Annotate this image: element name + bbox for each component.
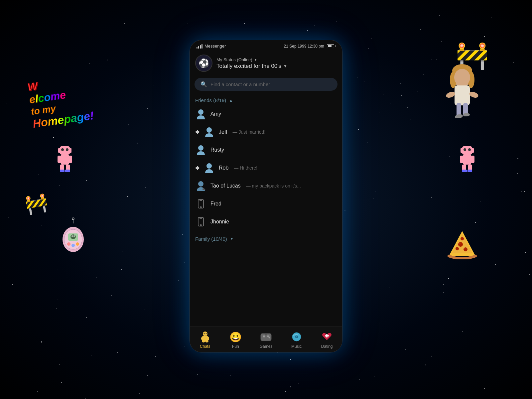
svg-rect-67: [198, 200, 203, 208]
friends-group-header[interactable]: Friends (8/19) ▲: [190, 95, 342, 105]
contact-rob[interactable]: ✱ Rob — Hi there!: [190, 159, 342, 177]
contacts-list: Friends (8/19) ▲ Amy ✱ Jeff —: [190, 95, 342, 327]
search-container: 🔍 Find a contact or a number: [190, 76, 342, 95]
status-line[interactable]: My Status (Online) ▼: [216, 57, 287, 62]
svg-point-69: [200, 206, 201, 208]
svg-rect-81: [263, 335, 264, 338]
status-bar-left: Messenger: [197, 44, 226, 49]
svg-point-78: [205, 340, 208, 342]
svg-point-73: [203, 332, 207, 336]
contact-jeff-status: — Just married!: [233, 129, 266, 135]
contact-fred-name: Fred: [210, 201, 221, 207]
search-bar[interactable]: 🔍 Find a contact or a number: [195, 78, 337, 91]
friends-chevron-icon: ▲: [229, 98, 233, 103]
nav-chats-icon: [199, 331, 212, 343]
nav-dating[interactable]: Dating: [312, 330, 342, 351]
nav-games[interactable]: Games: [251, 330, 281, 351]
contact-jeff-name: Jeff: [219, 129, 227, 135]
carrier-label: Messenger: [204, 44, 226, 49]
contact-rob-avatar: [203, 162, 215, 174]
svg-point-77: [202, 340, 205, 342]
nav-music-icon: [290, 331, 303, 343]
contact-jhonnie[interactable]: Jhonnie: [190, 213, 342, 231]
nav-fun[interactable]: 😀 Fun: [220, 330, 251, 351]
search-icon: 🔍: [200, 81, 207, 87]
svg-point-76: [205, 333, 206, 334]
svg-rect-68: [200, 200, 202, 201]
status-label: My Status (Online): [216, 57, 252, 62]
svg-point-64: [198, 181, 203, 187]
contact-amy-name: Amy: [210, 111, 221, 117]
svg-rect-70: [198, 217, 203, 226]
status-chevron-icon: ▼: [254, 58, 257, 62]
nav-fun-icon: 😀: [229, 331, 242, 343]
status-message[interactable]: Totally excited for the 00's ▼: [216, 63, 287, 69]
contact-rob-name: Rob: [219, 165, 228, 171]
contact-rob-star-icon: ✱: [195, 165, 200, 171]
friends-group-label: Friends (8/19): [195, 97, 226, 103]
nav-fun-label: Fun: [232, 344, 239, 349]
contact-rob-status: — Hi there!: [234, 165, 257, 171]
contact-tao-name: Tao of Lucas: [210, 183, 241, 189]
svg-point-60: [198, 109, 203, 115]
bottom-nav: Chats 😀 Fun Games: [190, 327, 342, 352]
svg-point-82: [267, 335, 269, 337]
svg-point-72: [200, 224, 201, 226]
nav-chats-label: Chats: [200, 344, 210, 349]
svg-point-63: [206, 163, 212, 169]
contact-rusty[interactable]: Rusty: [190, 141, 342, 159]
signal-icon: [197, 44, 202, 49]
svg-point-83: [268, 337, 270, 338]
status-bar: Messenger 21 Sep 1999 12:30 pm: [190, 40, 342, 51]
nav-dating-label: Dating: [321, 344, 333, 349]
contact-jeff-star-icon: ✱: [195, 129, 200, 135]
nav-music-label: Music: [291, 344, 302, 349]
family-chevron-icon: ▲: [230, 237, 234, 241]
svg-rect-84: [265, 334, 267, 335]
svg-point-75: [203, 333, 204, 334]
phone-ui: Messenger 21 Sep 1999 12:30 pm ⚽ My Stat…: [190, 40, 342, 352]
contact-jeff-avatar: [203, 126, 215, 138]
battery-icon: [327, 44, 335, 48]
status-bar-right: 21 Sep 1999 12:30 pm: [284, 44, 335, 49]
svg-rect-89: [325, 335, 329, 336]
datetime-label: 21 Sep 1999 12:30 pm: [284, 44, 324, 49]
svg-rect-71: [200, 218, 202, 219]
nav-dating-icon: [320, 331, 333, 343]
contact-jhonnie-avatar: [195, 216, 206, 227]
nav-games-label: Games: [260, 344, 273, 349]
contact-rusty-name: Rusty: [210, 147, 224, 153]
svg-point-66: [204, 189, 205, 190]
contact-amy[interactable]: Amy: [190, 105, 342, 123]
contact-amy-avatar: [195, 108, 206, 120]
family-group-label: Family (10/40): [195, 236, 227, 242]
svg-point-61: [206, 127, 212, 133]
contact-tao-avatar: [195, 180, 206, 192]
profile-section: ⚽ My Status (Online) ▼ Totally excited f…: [190, 51, 342, 76]
nav-music[interactable]: Music: [281, 330, 312, 351]
profile-info: My Status (Online) ▼ Totally excited for…: [216, 57, 287, 69]
contact-tao[interactable]: Tao of Lucas — my backpack is on it's...: [190, 177, 342, 195]
svg-point-62: [198, 145, 203, 151]
avatar: ⚽: [195, 55, 212, 72]
nav-chats[interactable]: Chats: [190, 330, 220, 351]
search-input[interactable]: Find a contact or a number: [210, 81, 332, 87]
contact-tao-status: — my backpack is on it's...: [246, 183, 301, 189]
svg-point-87: [296, 336, 297, 337]
contact-fred[interactable]: Fred: [190, 195, 342, 213]
contact-jhonnie-name: Jhonnie: [210, 219, 229, 225]
svg-point-65: [202, 188, 204, 190]
status-message-arrow-icon: ▼: [283, 64, 287, 68]
family-group-header[interactable]: Family (10/40) ▲: [190, 233, 342, 244]
contact-fred-avatar: [195, 198, 206, 209]
status-message-text: Totally excited for the 00's: [216, 63, 281, 69]
contact-rusty-avatar: [195, 144, 206, 156]
contact-jeff[interactable]: ✱ Jeff — Just married!: [190, 123, 342, 141]
nav-games-icon: [259, 331, 273, 343]
